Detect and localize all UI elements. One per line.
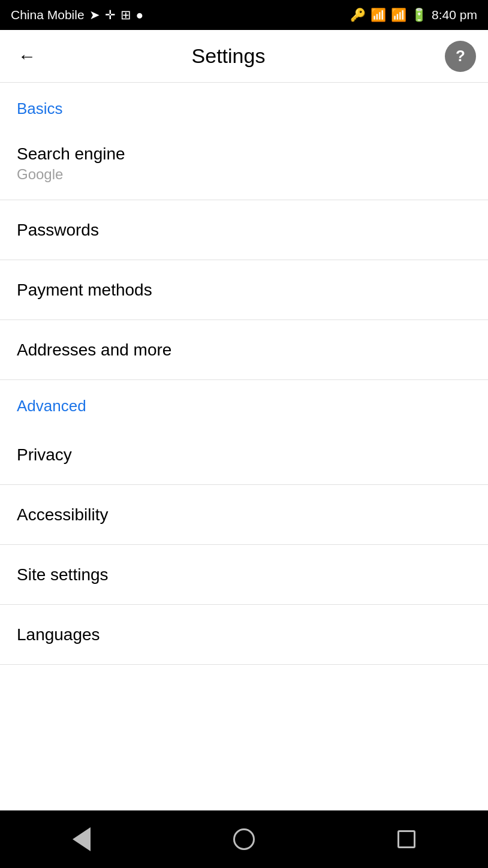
nav-recent-button[interactable] <box>382 821 430 857</box>
top-bar: ← Settings ? <box>0 30 488 83</box>
search-engine-title: Search engine <box>17 144 471 164</box>
signal-bars-icon: 📶 <box>391 8 406 22</box>
help-button[interactable]: ? <box>445 41 476 72</box>
search-engine-value: Google <box>17 166 471 183</box>
site-settings-title: Site settings <box>17 565 471 584</box>
settings-item-addresses[interactable]: Addresses and more <box>0 320 488 380</box>
settings-item-languages[interactable]: Languages <box>0 605 488 665</box>
settings-item-accessibility[interactable]: Accessibility <box>0 485 488 545</box>
status-right-icons: 🔑 📶 📶 🔋 8:40 pm <box>350 8 477 22</box>
help-icon: ? <box>456 47 465 65</box>
carrier-text: China Mobile <box>11 8 85 22</box>
signal-icon: ⊞ <box>121 8 131 22</box>
settings-item-site-settings[interactable]: Site settings <box>0 545 488 605</box>
languages-title: Languages <box>17 625 471 644</box>
nav-recent-icon <box>397 830 415 848</box>
send-icon: ➤ <box>89 8 100 22</box>
section-basics-label: Basics <box>17 100 63 117</box>
settings-item-privacy[interactable]: Privacy <box>0 425 488 485</box>
nav-back-icon <box>73 827 91 851</box>
time-display: 8:40 pm <box>432 8 477 22</box>
nav-home-button[interactable] <box>220 821 268 857</box>
payment-methods-title: Payment methods <box>17 281 471 300</box>
section-advanced-label: Advanced <box>17 397 86 415</box>
status-bar: China Mobile ➤ ✛ ⊞ ● 🔑 📶 📶 🔋 8:40 pm <box>0 0 488 30</box>
settings-content: Basics Search engine Google Passwords Pa… <box>0 83 488 810</box>
privacy-title: Privacy <box>17 445 471 465</box>
battery-icon: 🔋 <box>411 8 427 22</box>
chat-icon: ● <box>136 8 144 22</box>
settings-item-payment-methods[interactable]: Payment methods <box>0 260 488 320</box>
navigation-bar <box>0 810 488 868</box>
accessibility-title: Accessibility <box>17 505 471 525</box>
key-icon: 🔑 <box>350 8 366 22</box>
nav-back-button[interactable] <box>58 821 106 857</box>
passwords-title: Passwords <box>17 221 471 240</box>
page-title: Settings <box>12 44 445 68</box>
status-carrier: China Mobile ➤ ✛ ⊞ ● <box>11 8 143 22</box>
addresses-title: Addresses and more <box>17 340 471 360</box>
section-header-basics: Basics <box>0 83 488 128</box>
section-header-advanced: Advanced <box>0 380 488 425</box>
settings-item-passwords[interactable]: Passwords <box>0 200 488 260</box>
nav-icon: ✛ <box>105 8 116 22</box>
settings-item-search-engine[interactable]: Search engine Google <box>0 128 488 200</box>
wifi-icon: 📶 <box>370 8 386 22</box>
nav-home-icon <box>233 828 255 850</box>
